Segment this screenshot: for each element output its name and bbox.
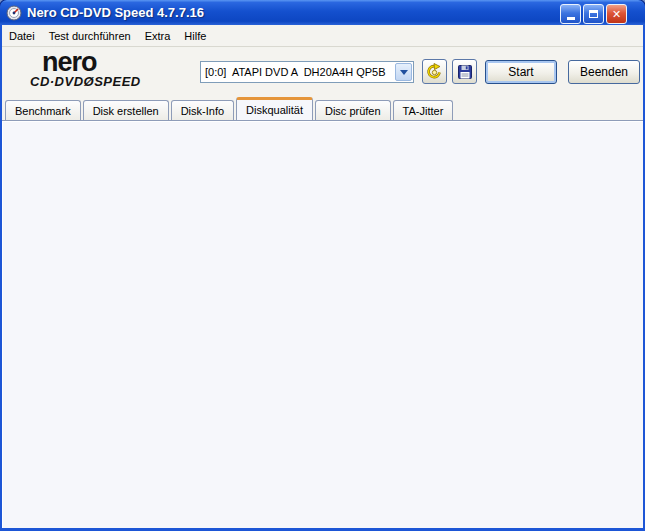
menu-hilfe[interactable]: Hilfe xyxy=(177,25,213,46)
nero-logo: nero CD·DVDØSPEED xyxy=(30,50,190,89)
menu-bar: Datei Test durchführen Extra Hilfe xyxy=(2,25,643,47)
save-button[interactable] xyxy=(452,59,477,84)
tab-diskqualitaet[interactable]: Diskqualität xyxy=(236,97,313,120)
tab-strip: Benchmark Disk erstellen Disk-Info Diskq… xyxy=(2,97,643,120)
tab-ta-jitter[interactable]: TA-Jitter xyxy=(393,100,454,120)
toolbar: nero CD·DVDØSPEED [0:0] ATAPI DVD A DH20… xyxy=(2,48,643,97)
titlebar[interactable]: Nero CD-DVD Speed 4.7.7.16 ✕ xyxy=(0,0,645,25)
minimize-icon xyxy=(567,17,575,20)
menu-test-durchfuehren[interactable]: Test durchführen xyxy=(42,25,138,46)
disc-hand-icon xyxy=(426,63,443,80)
disc-tools-button[interactable] xyxy=(422,59,447,84)
maximize-button[interactable] xyxy=(583,4,604,24)
close-button[interactable]: ✕ xyxy=(606,4,627,24)
diskqualitaet-page xyxy=(2,120,643,528)
drive-select[interactable]: [0:0] ATAPI DVD A DH20A4H QP5B xyxy=(200,61,414,83)
tab-disk-erstellen[interactable]: Disk erstellen xyxy=(83,100,169,120)
tab-disk-info[interactable]: Disk-Info xyxy=(171,100,234,120)
drive-select-value: [0:0] ATAPI DVD A DH20A4H QP5B xyxy=(201,66,395,78)
menu-extra[interactable]: Extra xyxy=(138,25,178,46)
menu-datei[interactable]: Datei xyxy=(2,25,42,46)
app-icon xyxy=(6,5,22,21)
tab-disc-pruefen[interactable]: Disc prüfen xyxy=(315,100,391,120)
tab-benchmark[interactable]: Benchmark xyxy=(5,100,81,120)
maximize-icon xyxy=(589,10,598,18)
cddvdspeed-logo-text: CD·DVDØSPEED xyxy=(30,74,190,89)
floppy-save-icon xyxy=(457,64,473,80)
drive-select-arrow[interactable] xyxy=(395,63,412,81)
window-title: Nero CD-DVD Speed 4.7.7.16 xyxy=(27,5,204,20)
close-icon: ✕ xyxy=(612,8,621,21)
beenden-button[interactable]: Beenden xyxy=(568,60,640,84)
nero-logo-text: nero xyxy=(42,50,190,74)
chevron-down-icon xyxy=(400,70,408,75)
start-button[interactable]: Start xyxy=(485,60,557,84)
minimize-button[interactable] xyxy=(560,4,581,24)
app-window: Nero CD-DVD Speed 4.7.7.16 ✕ Datei Test … xyxy=(0,0,645,531)
